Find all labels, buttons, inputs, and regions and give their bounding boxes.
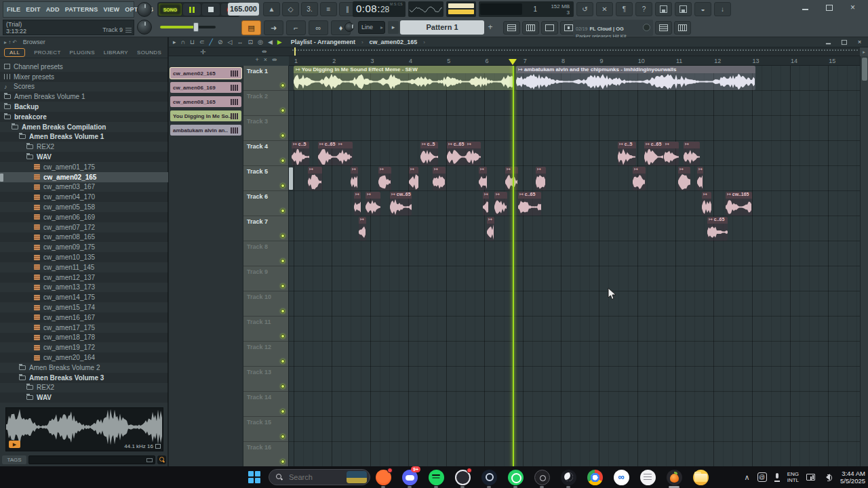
track-header-track-8[interactable]: Track 8 [243, 241, 288, 266]
arrangement-overview-scrollbar[interactable] [292, 49, 858, 54]
track-enable-light[interactable] [281, 234, 285, 238]
playlist-button[interactable] [503, 21, 520, 35]
track-header-track-3[interactable]: Track 3 [243, 116, 288, 141]
audio-clip-c-65[interactable]: c..65 [447, 142, 466, 165]
browser-search-icon[interactable] [157, 455, 166, 464]
audio-clip-c-65[interactable]: c..65 [707, 217, 728, 241]
notes-taskbar-icon[interactable] [639, 468, 656, 486]
track-enable-light[interactable] [281, 359, 285, 363]
browser-tab-library[interactable]: LIBRARY [104, 49, 128, 56]
tray-chevron-icon[interactable]: ∧ [745, 473, 750, 482]
clip-source-you-digging-in-me-so[interactable]: You Digging In Me So.. [170, 110, 241, 121]
zoom-tool-icon[interactable]: ◎ [258, 38, 263, 47]
pattern-song-grid-button[interactable]: ▤ [241, 20, 261, 35]
clip-source-cw-amen06-169[interactable]: cw_amen06_169 [170, 82, 241, 93]
save-new-version-icon[interactable] [675, 2, 692, 16]
track-header-track-7[interactable]: Track 7 [243, 216, 288, 241]
network-icon[interactable] [806, 474, 815, 481]
channel-rack-button[interactable] [541, 21, 558, 35]
language-indicator[interactable]: ENGINTL [787, 471, 799, 483]
pattern-selector[interactable]: Pattern 1 [400, 20, 484, 35]
osu-taskbar-icon[interactable] [454, 468, 471, 486]
tree-item-cw-amen13-173[interactable]: cw_amen13_173 [0, 283, 168, 293]
track-header-track-6[interactable]: Track 6 [243, 191, 288, 216]
detect-tempo-icon[interactable]: ▸ [173, 38, 176, 47]
tree-item-cw-amen10-135[interactable]: cw_amen10_135 [0, 252, 168, 262]
playlist-restore[interactable] [840, 39, 847, 45]
preview-play-button[interactable]: ▶ [9, 441, 20, 448]
track-header-track-12[interactable]: Track 12 [243, 342, 288, 367]
track-enable-light[interactable] [281, 159, 285, 163]
track-header-track-2[interactable]: Track 2 [243, 91, 288, 116]
track-enable-light[interactable] [281, 83, 285, 87]
browser-tab-project[interactable]: PROJECT [34, 49, 60, 56]
track-header-track-1[interactable]: Track 1 [243, 66, 288, 91]
menu-add[interactable]: ADD [46, 6, 60, 13]
audio-clip-you-digging-in-me-sound-effect-meme-sew[interactable]: You Digging In Me Sound Effect Meme - SE… [294, 66, 513, 90]
audio-clip-c-65[interactable]: c..65 [518, 192, 541, 216]
audio-clip[interactable] [479, 167, 487, 190]
tree-item-cw-amen20-164[interactable]: cw_amen20_164 [0, 352, 168, 363]
audio-clip-c-5[interactable]: c..5 [618, 142, 636, 165]
recorder-taskbar-icon[interactable] [533, 468, 551, 486]
tree-item-scores[interactable]: ♪Scores [0, 82, 168, 92]
time-display[interactable]: 0:08:28 M:S:CS [353, 1, 406, 17]
track-enable-light[interactable] [281, 184, 285, 188]
save-icon[interactable] [655, 2, 672, 16]
audio-clip-cw-165[interactable]: cw..165 [726, 192, 752, 216]
track-enable-light[interactable] [281, 309, 285, 313]
playlist-play-icon[interactable]: ▶ [277, 38, 282, 47]
resize-tracks-icon[interactable]: ⇹ [272, 56, 277, 66]
track-enable-light[interactable] [281, 209, 285, 213]
tree-item-cw-amen14-175[interactable]: cw_amen14_175 [0, 292, 168, 302]
step-edit-button[interactable]: ➜ [264, 20, 283, 35]
tree-item-backup[interactable]: Backup [0, 102, 168, 112]
mic-icon[interactable]: ¶ [616, 2, 633, 16]
tree-item-channel-presets[interactable]: Channel presets [0, 62, 168, 72]
tree-item-amen-breaks-volume-1[interactable]: Amen Breaks Volume 1 [0, 92, 168, 102]
track-enable-light[interactable] [281, 409, 285, 413]
playlist-close[interactable]: × [856, 39, 863, 45]
tree-item-mixer-presets[interactable]: Mixer presets [0, 72, 168, 82]
whatsapp-taskbar-icon[interactable] [507, 468, 524, 486]
main-volume-slider[interactable] [160, 26, 216, 28]
tree-item-rex2[interactable]: REX2 [0, 383, 168, 393]
vscroll-thumb[interactable] [862, 58, 867, 81]
track-enable-light[interactable] [281, 460, 285, 464]
speaker-icon[interactable] [823, 474, 830, 481]
tree-item-cw-amen16-167[interactable]: cw_amen16_167 [0, 312, 168, 323]
menu-edit[interactable]: EDIT [26, 6, 40, 13]
steam-taskbar-icon[interactable] [480, 468, 498, 486]
timeline-ruler[interactable]: 123456789101112131415 [289, 56, 861, 66]
tree-item-amen-breaks-volume-3[interactable]: Amen Breaks Volume 3 [0, 373, 168, 383]
browser-nav-icons[interactable]: ▸ ↑ ↶ [4, 39, 17, 45]
search-input[interactable] [288, 472, 342, 482]
playlist-crumb[interactable]: cw_amen02_165 [370, 39, 418, 45]
track-enable-light[interactable] [281, 434, 285, 439]
cut-icon[interactable]: ✕ [596, 2, 613, 16]
track-header-track-11[interactable]: Track 11 [243, 317, 288, 342]
tree-item-cw-amen19-172[interactable]: cw_amen19_172 [0, 342, 168, 352]
tree-item-amen-breaks-volume-1[interactable]: Amen Breaks Volume 1 [0, 132, 168, 142]
track-header-track-9[interactable]: Track 9 [243, 266, 288, 291]
delete-track-icon[interactable]: × [264, 56, 267, 66]
help-icon[interactable]: ? [635, 2, 652, 16]
tree-item-cw-amen17-175[interactable]: cw_amen17_175 [0, 323, 168, 333]
folder-icon[interactable] [146, 458, 153, 462]
tags-search-input[interactable] [28, 455, 155, 464]
tree-item-cw-amen11-145[interactable]: cw_amen11_145 [0, 262, 168, 272]
oscilloscope[interactable] [408, 1, 443, 17]
tempo-display[interactable]: 165.000 [228, 3, 259, 16]
slide-tool-icon[interactable]: ↔ [237, 38, 243, 47]
headphones-icon[interactable]: ∩ [181, 38, 185, 47]
multilink-button[interactable]: ⌐ [286, 20, 306, 35]
shop-button[interactable] [674, 21, 691, 35]
audio-clip[interactable] [308, 167, 322, 190]
taskbar-clock[interactable]: 3:44 AM5/5/2025 [840, 470, 865, 485]
track-header-track-4[interactable]: Track 4 [243, 141, 288, 166]
tree-item-cw-amen09-175[interactable]: cw_amen09_175 [0, 242, 168, 252]
audio-clip[interactable] [505, 167, 518, 190]
audio-clip[interactable] [702, 192, 711, 216]
clip-source-ambatukam-alvin-an[interactable]: ambatukam alvin an.. [170, 125, 241, 136]
audio-clip[interactable] [359, 217, 366, 241]
